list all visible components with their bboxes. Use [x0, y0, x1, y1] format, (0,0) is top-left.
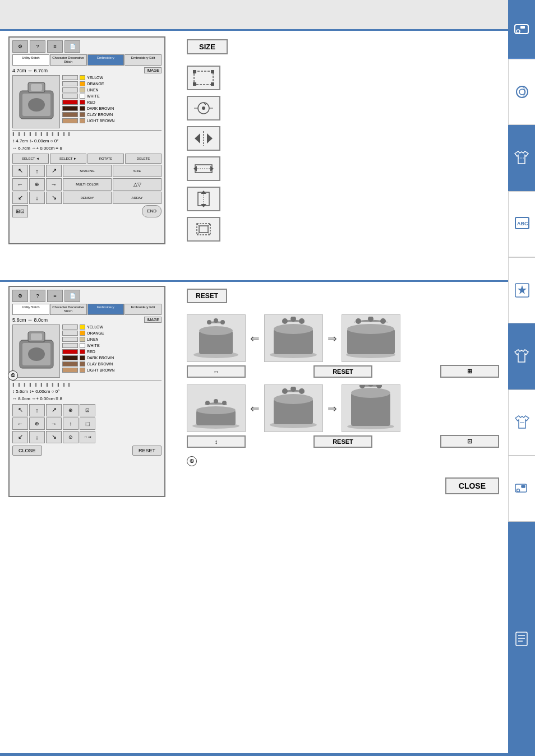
tab-embroidery-2[interactable]: Embroidery	[87, 304, 124, 315]
tab-shirt2-blue[interactable]	[508, 323, 535, 389]
density-btn[interactable]: DENSItY	[63, 192, 112, 204]
select-left-btn[interactable]: SELECT ◄	[12, 154, 49, 164]
arrow-sw-btn[interactable]: ↙	[12, 192, 28, 204]
grid-view-btn[interactable]: ⊞⊡	[12, 205, 28, 217]
select-frame-btn[interactable]	[187, 66, 220, 90]
multicolor-btn[interactable]: MULTI COLOR	[63, 178, 112, 191]
p2-arrow-ne[interactable]: ↗	[46, 404, 62, 416]
p2-arrow-nw[interactable]: ↖	[12, 404, 28, 416]
arrow-left-2: ⇐	[250, 402, 260, 415]
image-btn-2[interactable]: IMAGE	[144, 317, 162, 323]
tab-embroidery-1[interactable]: Embroidery	[87, 54, 124, 66]
p2-arrow-e[interactable]: →	[46, 418, 62, 430]
expand-btn[interactable]	[187, 217, 220, 242]
expand-frame-btn[interactable]: ⊡	[440, 435, 499, 448]
help-icon-btn-2[interactable]: ?	[30, 290, 45, 302]
settings-icon-btn[interactable]: ⚙	[12, 40, 28, 53]
p2-arrow-sw[interactable]: ↙	[12, 431, 28, 443]
reset-btn-2[interactable]: RESET	[313, 365, 372, 378]
rotate-btn[interactable]: ROTATE	[87, 154, 124, 164]
tab-embroidery-edit-1[interactable]: Embroidery Edit	[124, 54, 162, 66]
arrow-se-btn[interactable]: ↘	[46, 192, 62, 204]
shirt-icon	[513, 149, 531, 167]
center-btn[interactable]: ⊕	[29, 178, 45, 191]
svg-rect-13	[522, 485, 525, 488]
tab-embroidery-edit-2[interactable]: Embroidery Edit	[124, 304, 162, 315]
arrow-w-btn[interactable]: ←	[12, 178, 28, 191]
end-btn[interactable]: END	[142, 205, 162, 217]
reset-btn-3[interactable]: RESET	[313, 435, 372, 448]
tab-char-decorative-1[interactable]: Character Decorative Stitch	[50, 54, 87, 66]
image-btn-1[interactable]: IMAGE	[144, 67, 162, 73]
transform-icon	[192, 100, 215, 117]
resize-cross-btn[interactable]: ⊞	[440, 365, 499, 378]
size-button[interactable]: SIZE	[187, 39, 228, 54]
horizontal-flip-btn[interactable]	[187, 126, 220, 151]
reset-screen-btn[interactable]: RESET	[132, 446, 162, 456]
color-dark-brown: DARK BROWN	[62, 106, 162, 111]
close-button[interactable]: CLOSE	[445, 477, 499, 494]
vert-expand-btn[interactable]: ↕	[187, 435, 246, 448]
p2-frame-select[interactable]: ⊡	[80, 404, 95, 416]
btn-row-south-1: ↙ ↓ ↘ DENSItY ARRAY	[12, 192, 162, 204]
spacing-btn[interactable]: SPACING	[63, 165, 112, 177]
arrow-e-btn[interactable]: →	[46, 178, 62, 191]
cake-btns-row2: ↕ RESET ⊡	[187, 435, 499, 448]
image-colors-area-2: ① YELLOW ORANGE LINEN	[12, 324, 162, 378]
cake-center-2	[264, 384, 323, 432]
arrow-nw-btn[interactable]: ↖	[12, 165, 28, 177]
p2-resize-diag[interactable]: ⊙	[63, 431, 79, 443]
settings-icon-btn-2[interactable]: ⚙	[12, 290, 28, 302]
svg-point-68	[347, 324, 394, 334]
close-screen-btn[interactable]: CLOSE	[12, 446, 42, 456]
tab-char-decorative-2[interactable]: Character Decorative Stitch	[50, 304, 87, 315]
menu-icon-btn-2[interactable]: ≡	[47, 290, 63, 302]
p2-arrow-w[interactable]: ←	[12, 418, 28, 430]
help-icon-btn[interactable]: ?	[30, 40, 45, 53]
p2-arrow-se[interactable]: ↘	[46, 431, 62, 443]
tab-shirt-blue[interactable]	[508, 125, 535, 191]
p2-arrow-s[interactable]: ↓	[29, 431, 45, 443]
p2-vert-resize[interactable]: ↕	[63, 418, 79, 430]
p2-arrow-n[interactable]: ↑	[29, 404, 45, 416]
tab-utility-stitch-2[interactable]: Utility Stitch	[12, 304, 49, 315]
screen-nav-tabs-1: Utility Stitch Character Decorative Stit…	[12, 54, 162, 66]
resize-btn[interactable]	[187, 156, 220, 181]
horiz-expand-btn[interactable]: ↔	[187, 365, 246, 378]
svg-point-77	[222, 401, 227, 405]
arrow-n-btn[interactable]: ↑	[29, 165, 45, 177]
delete-btn[interactable]: DELETE	[125, 154, 162, 164]
menu-icon-btn[interactable]: ≡	[47, 40, 63, 53]
tab-top-blue[interactable]	[508, 0, 535, 59]
size-btn-screen[interactable]: SIZE	[113, 165, 162, 177]
tab-shirt3[interactable]	[508, 389, 535, 456]
tab-sewing2[interactable]	[508, 456, 535, 522]
cake-compressed-icon	[190, 317, 243, 359]
vertical-resize-btn[interactable]	[187, 187, 220, 211]
doc-icon-btn[interactable]: 📄	[64, 40, 80, 53]
panel-row-1: ⚙ ? ≡ 📄 Utility Stitch Character Decorat…	[8, 36, 239, 244]
p2-center[interactable]: ⊕	[29, 418, 45, 430]
arrow-s-btn[interactable]: ↓	[29, 192, 45, 204]
tab-abc[interactable]: ABC	[508, 191, 535, 257]
p2-frame-outline[interactable]: ⬚	[80, 418, 95, 430]
transform-btn[interactable]	[187, 96, 220, 120]
tab-doc-blue[interactable]	[508, 522, 535, 756]
array-btn[interactable]: ARRAY	[113, 192, 162, 204]
p2-center-cross[interactable]: ⊕	[63, 404, 79, 416]
select-right-btn[interactable]: SELECT ►	[50, 154, 86, 164]
arrow-ne-btn[interactable]: ↗	[46, 165, 62, 177]
svg-rect-14	[516, 632, 527, 646]
size-adjust-btn[interactable]: △▽	[113, 178, 162, 191]
color-light-brown-2: LIGHT BROWN	[62, 368, 162, 373]
tab-utility-stitch-1[interactable]: Utility Stitch	[12, 54, 49, 66]
color-dark-brown-2: DARK BROWN	[62, 355, 162, 360]
tab-thread[interactable]	[508, 59, 535, 125]
btn-row-nav-1: ↖ ↑ ↗ SPACING SIZE	[12, 165, 162, 177]
p2-horiz-expand[interactable]: ↔⇒	[80, 431, 95, 443]
coord-display-2: ↕ 5.6cm ↕+ 0.00cm ○ 0° ↔ 8.0cm ↔+ 0.00cm…	[12, 388, 162, 403]
tab-star[interactable]	[508, 257, 535, 323]
doc-icon-btn-2[interactable]: 📄	[64, 290, 80, 302]
reset-button[interactable]: RESET	[187, 289, 227, 303]
p2-btn-row1: ↖ ↑ ↗ ⊕ ⊡	[12, 404, 162, 416]
